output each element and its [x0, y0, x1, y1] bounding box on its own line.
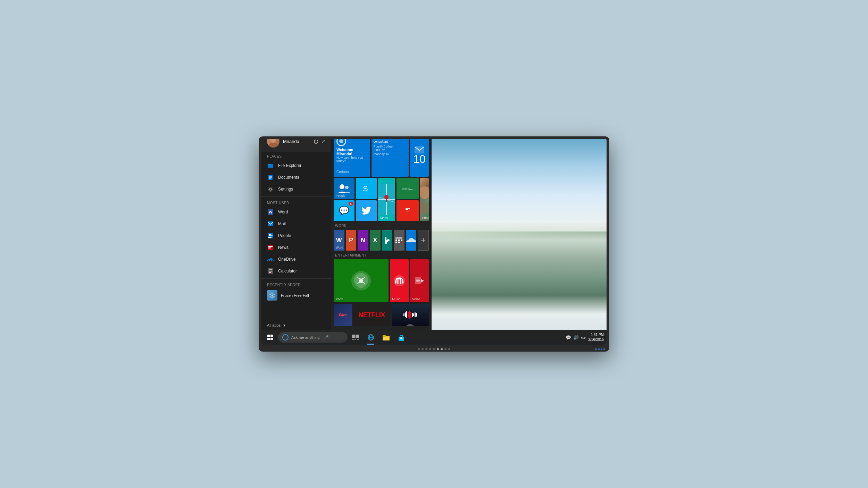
all-apps-button[interactable]: All apps ▼ — [261, 320, 331, 330]
calc-tile[interactable] — [394, 230, 404, 251]
svg-point-43 — [384, 195, 389, 199]
flipboard-icon — [403, 206, 412, 216]
video-tile[interactable]: Video — [410, 259, 429, 302]
word-tile[interactable]: W Word — [334, 230, 344, 251]
dot-3 — [425, 348, 427, 350]
onedrive-label: OneDrive — [278, 257, 296, 262]
cortana-placeholder: Ask me anything — [291, 335, 319, 339]
start-button[interactable] — [263, 330, 277, 345]
all-apps-label: All apps — [267, 323, 281, 327]
power-button[interactable]: ⏻ — [314, 139, 318, 144]
svg-rect-35 — [415, 146, 424, 153]
entertainment-section-label: Entertainment — [334, 252, 429, 259]
twitter-tile[interactable] — [356, 200, 377, 221]
cortana-search[interactable]: Ask me anything 🎤 — [278, 332, 348, 343]
user-name: Miranda — [283, 139, 310, 144]
start-item-word[interactable]: W Word — [261, 206, 331, 218]
news-icon — [267, 244, 274, 251]
maps-tile[interactable]: Maps — [378, 178, 395, 221]
svg-rect-45 — [406, 208, 410, 209]
tiles-row-bottom: Cars NETFLIX — [334, 304, 429, 326]
start-item-settings[interactable]: Settings — [261, 183, 331, 195]
notification-center-icon[interactable]: 💬 — [566, 335, 571, 340]
fullscreen-button[interactable]: ⤢ — [321, 139, 325, 144]
onedrive-tile[interactable] — [406, 230, 417, 251]
settings-icon — [267, 186, 274, 193]
calc-icon — [395, 236, 403, 244]
cortana-tile[interactable]: Welcome Miranda! How can I help you toda… — [334, 139, 370, 177]
music-tile[interactable]: Music — [390, 259, 409, 302]
onenote-tile[interactable]: N — [358, 230, 368, 251]
cortana-circle-icon — [336, 139, 367, 146]
screen-dots — [418, 348, 450, 350]
skype-tile[interactable]: 💬 5 — [334, 200, 354, 221]
dot-4 — [429, 348, 431, 350]
cars-tile[interactable]: Cars — [334, 304, 352, 326]
cortana-welcome-text: Welcome Miranda! — [336, 148, 367, 156]
skype-tile-2[interactable]: S — [356, 178, 377, 199]
cortana-subtitle: How can I help you today? — [336, 156, 367, 163]
people-icon — [267, 232, 274, 239]
music-tile-label: Music — [392, 297, 400, 301]
flipboard-tile[interactable] — [397, 200, 419, 221]
settings-label: Settings — [278, 187, 293, 192]
skype-icon: 💬 — [339, 206, 349, 216]
start-item-mail[interactable]: Mail — [261, 218, 331, 230]
mail-tile[interactable]: Mail 10 — [410, 139, 429, 177]
tiles-row-2: People 💬 5 — [334, 178, 429, 221]
xbox-tile[interactable]: Xbox — [334, 259, 389, 302]
calendar-tile[interactable]: Interview new consultant Fourth Coffee 2… — [372, 139, 409, 177]
mail-envelope-icon — [415, 146, 424, 153]
excel-tile[interactable]: X — [370, 230, 381, 251]
cars-logo-text: Cars — [339, 313, 347, 317]
people-tile[interactable]: People — [334, 178, 354, 199]
svg-rect-23 — [268, 247, 271, 248]
start-item-news[interactable]: News — [261, 242, 331, 253]
start-item-file-explorer[interactable]: File Explorer — [261, 160, 331, 171]
powerpoint-tile[interactable]: P — [346, 230, 357, 251]
maps-tile-label: Maps — [380, 216, 388, 220]
photos-tile[interactable]: Photos — [420, 178, 429, 221]
store-button[interactable] — [394, 330, 409, 345]
mint-tile[interactable]: mint... — [397, 178, 419, 199]
svg-point-59 — [359, 279, 363, 283]
user-actions: ⏻ ⤢ — [314, 139, 325, 144]
file-explorer-label: File Explorer — [278, 163, 301, 168]
internet-explorer-button[interactable] — [364, 330, 378, 345]
shazam-tile[interactable] — [392, 304, 429, 326]
word-tile-label: Word — [336, 246, 343, 249]
user-avatar[interactable] — [267, 139, 279, 148]
screen: Recycle Bin — [261, 139, 607, 345]
corner-dot-3 — [601, 348, 602, 350]
calendar-event: Interview new consultant — [374, 139, 407, 144]
mail-label: Mail — [278, 221, 286, 226]
cal-interview: Interview new consultant — [374, 139, 393, 143]
start-item-people[interactable]: People — [261, 230, 331, 242]
svg-rect-57 — [401, 242, 402, 243]
svg-point-14 — [269, 188, 272, 190]
dot-8 — [444, 348, 446, 350]
start-item-calculator[interactable]: Calculator — [261, 265, 331, 277]
recently-added-frozen[interactable]: ❄️ Frozen Free Fall — [261, 288, 331, 303]
netflix-tile[interactable]: NETFLIX — [353, 304, 390, 326]
svg-rect-71 — [352, 339, 354, 340]
start-item-documents[interactable]: Documents — [261, 171, 331, 183]
shazam-waveform — [403, 311, 417, 319]
add-icon: + — [421, 235, 426, 245]
user-area: Miranda ⏻ ⤢ — [261, 139, 331, 152]
places-label: Places — [261, 152, 331, 160]
onedrive-tile-icon — [406, 237, 417, 244]
microphone-icon[interactable]: 🎤 — [324, 335, 329, 340]
windows-logo — [267, 335, 273, 340]
social-column: People 💬 5 — [334, 178, 354, 221]
msn-tile[interactable] — [382, 230, 393, 251]
volume-icon[interactable]: 🔊 — [573, 335, 579, 340]
task-view-button[interactable] — [348, 330, 363, 345]
taskbar-right: 💬 🔊 1:31 PM — [566, 333, 607, 342]
start-item-onedrive[interactable]: OneDrive — [261, 253, 331, 265]
add-tile[interactable]: + — [418, 230, 429, 251]
file-explorer-button[interactable] — [379, 330, 393, 345]
skype-count: 5 — [349, 202, 353, 206]
start-menu: Miranda ⏻ ⤢ Places — [261, 139, 432, 330]
network-icon[interactable] — [581, 335, 586, 340]
